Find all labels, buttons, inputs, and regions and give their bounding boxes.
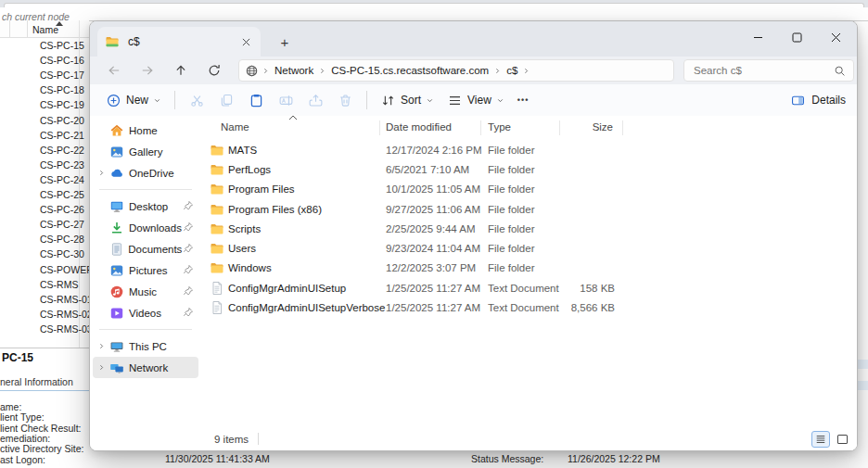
device-list-item[interactable]: CS-PC-19 [40, 97, 84, 112]
large-icons-view-button[interactable] [833, 431, 851, 448]
column-separator[interactable] [379, 120, 380, 135]
file-row[interactable]: Users9/23/2024 11:04 AMFile folder [203, 239, 849, 259]
column-separator[interactable] [622, 120, 623, 135]
chevron-down-icon [426, 96, 434, 105]
section-underline [0, 390, 89, 391]
paste-button[interactable] [242, 88, 270, 112]
device-list-item[interactable]: CS-PC-28 [40, 232, 84, 247]
device-list-item[interactable]: CS-PC-30 [40, 247, 84, 261]
copy-button[interactable] [212, 88, 240, 112]
sidebar-item-network[interactable]: Network [93, 357, 198, 378]
device-list-header-label[interactable]: Name [32, 24, 58, 35]
breadcrumb-chevron-icon[interactable] [318, 67, 326, 75]
device-list-item[interactable]: CS-PC-22 [40, 143, 84, 158]
device-list-item[interactable]: CS-PC-25 [40, 187, 84, 202]
file-row[interactable]: ConfigMgrAdminUISetupVerbose1/25/2025 11… [203, 297, 849, 317]
file-type: File folder [488, 183, 535, 195]
last-logon-value: 11/30/2025 11:41:33 AM [165, 453, 270, 464]
sidebar-item-documents[interactable]: Documents [93, 238, 198, 259]
rename-button[interactable] [272, 88, 300, 112]
breadcrumb-chevron-icon[interactable] [262, 67, 270, 75]
file-row[interactable]: Program Files10/1/2025 11:05 AMFile fold… [203, 180, 849, 199]
file-row[interactable]: Scripts2/25/2025 9:44 AMFile folder [203, 219, 849, 238]
device-list-header[interactable]: Name [0, 20, 89, 38]
item-count: 9 items [214, 434, 249, 445]
new-tab-button[interactable]: + [274, 31, 296, 53]
back-button[interactable] [97, 58, 131, 82]
toolbar-separator [174, 91, 175, 109]
search-input[interactable] [692, 64, 834, 77]
file-size: 8,566 KB [528, 302, 615, 313]
column-header-name[interactable]: Name [221, 121, 249, 133]
sort-button[interactable]: Sort [374, 89, 440, 112]
column-separator[interactable] [559, 120, 560, 135]
forward-button[interactable] [131, 58, 164, 82]
device-list-item[interactable]: CS-RMS-02 [40, 307, 93, 322]
sidebar-item-music[interactable]: Music [93, 281, 198, 302]
network-globe-icon[interactable] [245, 64, 261, 78]
expand-chevron-icon[interactable] [93, 169, 109, 177]
sidebar-item-home[interactable]: Home [93, 120, 198, 141]
expand-chevron-icon[interactable] [93, 342, 109, 350]
view-button[interactable]: View [440, 89, 511, 112]
close-button[interactable] [816, 21, 855, 53]
delete-button[interactable] [331, 88, 359, 112]
minimize-button[interactable] [738, 21, 777, 53]
device-list-item[interactable]: CS-PC-21 [40, 128, 84, 143]
large-icons-view-icon [836, 434, 849, 445]
details-view-icon [815, 434, 826, 445]
sidebar-item-label: Network [129, 362, 198, 373]
column-header-date-modified[interactable]: Date modified [386, 121, 452, 133]
tab-c-dollar[interactable]: c$ [97, 27, 261, 57]
column-header-type[interactable]: Type [488, 121, 511, 133]
device-list-item[interactable]: CS-PC-26 [40, 202, 84, 217]
maximize-button[interactable] [777, 21, 816, 53]
toolbar-separator [366, 91, 367, 109]
device-list-item[interactable]: CS-PC-16 [40, 53, 84, 68]
file-row[interactable]: MATS12/17/2024 2:16 PMFile folder [203, 140, 849, 159]
device-list-item[interactable]: CS-PC-20 [40, 113, 84, 128]
file-row[interactable]: Program Files (x86)9/27/2025 11:06 AMFil… [203, 199, 849, 219]
file-name: Program Files [228, 183, 295, 195]
more-options-button[interactable]: ••• [511, 92, 535, 108]
breadcrumb-segment[interactable]: CS-PC-15.cs.recastsoftware.com [327, 63, 492, 78]
device-list-item[interactable]: CS-RMS [40, 277, 78, 292]
tab-close-icon[interactable] [238, 34, 253, 49]
cut-button[interactable] [183, 88, 211, 112]
new-button[interactable]: New [99, 89, 168, 112]
sidebar-item-videos[interactable]: Videos [93, 302, 198, 323]
column-header-size[interactable]: Size [535, 121, 613, 133]
sidebar-item-desktop[interactable]: Desktop [93, 196, 198, 217]
device-list-item[interactable]: CS-RMS-01 [40, 292, 93, 307]
sort-icon [380, 93, 396, 108]
breadcrumb-segment[interactable]: c$ [503, 63, 521, 78]
up-button[interactable] [164, 58, 198, 82]
device-list-item[interactable]: CS-PC-17 [40, 68, 84, 82]
details-view-button[interactable] [811, 431, 830, 448]
column-separator[interactable] [480, 120, 481, 135]
paste-icon [249, 93, 264, 108]
refresh-button[interactable] [198, 58, 231, 82]
expand-chevron-icon[interactable] [93, 363, 109, 372]
device-list-item[interactable]: CS-PC-18 [40, 82, 84, 97]
share-button[interactable] [301, 88, 329, 112]
file-name: Users [228, 243, 256, 254]
file-row[interactable]: ConfigMgrAdminUISetup1/25/2025 11:27 AMT… [203, 278, 849, 297]
sidebar-item-gallery[interactable]: Gallery [93, 141, 198, 162]
device-list-item[interactable]: CS-RMS-03 [40, 322, 93, 336]
breadcrumb-chevron-icon[interactable] [493, 67, 502, 75]
sidebar-item-pictures[interactable]: Pictures [93, 259, 198, 281]
breadcrumb-chevron-icon[interactable] [522, 67, 530, 75]
file-row[interactable]: Windows12/2/2025 3:07 PMFile folder [203, 259, 849, 278]
sidebar-item-onedrive[interactable]: OneDrive [93, 162, 198, 183]
device-list-item[interactable]: CS-PC-15 [40, 38, 84, 53]
breadcrumb-segment[interactable]: Network [271, 63, 317, 78]
device-list-item[interactable]: CS-PC-27 [40, 217, 84, 232]
device-list-item[interactable]: CS-PC-24 [40, 172, 84, 187]
device-list-item[interactable]: CS-PC-23 [40, 158, 84, 172]
sidebar-item-this-pc[interactable]: This PC [93, 335, 198, 357]
file-row[interactable]: PerfLogs6/5/2021 7:10 AMFile folder [203, 159, 849, 179]
details-pane-button[interactable]: Details [790, 93, 846, 108]
sidebar-item-downloads[interactable]: Downloads [93, 217, 198, 238]
device-detail-label: ast Logon: [0, 455, 45, 465]
